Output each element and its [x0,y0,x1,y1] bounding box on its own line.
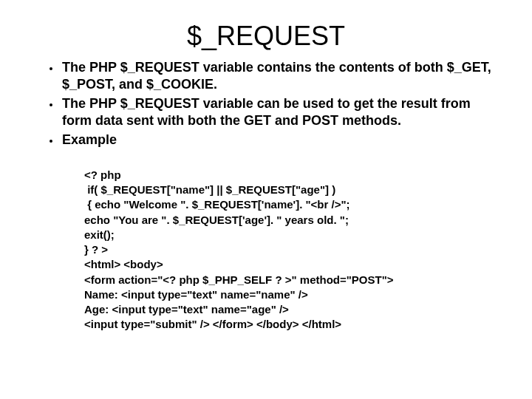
code-line: exit(); [84,228,115,241]
bullet-item: The PHP $_REQUEST variable contains the … [61,59,497,92]
slide: $_REQUEST The PHP $_REQUEST variable con… [0,0,532,362]
slide-title: $_REQUEST [35,21,497,52]
code-line: { echo "Welcome ". $_REQUEST['name']. "<… [84,198,350,211]
bullet-item: The PHP $_REQUEST variable can be used t… [61,95,497,129]
code-line: echo "You are ". $_REQUEST['age']. " yea… [84,214,349,226]
code-line: <input type="submit" /> </form> </body> … [84,318,341,330]
bullet-item: Example [61,132,497,149]
bullet-list: The PHP $_REQUEST variable contains the … [35,59,497,149]
code-line: <form action="<? php $_PHP_SELF ? >" met… [84,273,394,286]
code-line: <? php [84,168,121,181]
code-line: } ? > [84,243,108,256]
code-line: Name: <input type="text" name="name" /> [84,288,308,301]
code-line: Age: <input type="text" name="age" /> [84,303,289,316]
code-example: <? php if( $_REQUEST["name"] || $_REQUES… [84,153,497,347]
code-line: if( $_REQUEST["name"] || $_REQUEST["age"… [84,183,335,196]
code-line: <html> <body> [84,258,163,270]
